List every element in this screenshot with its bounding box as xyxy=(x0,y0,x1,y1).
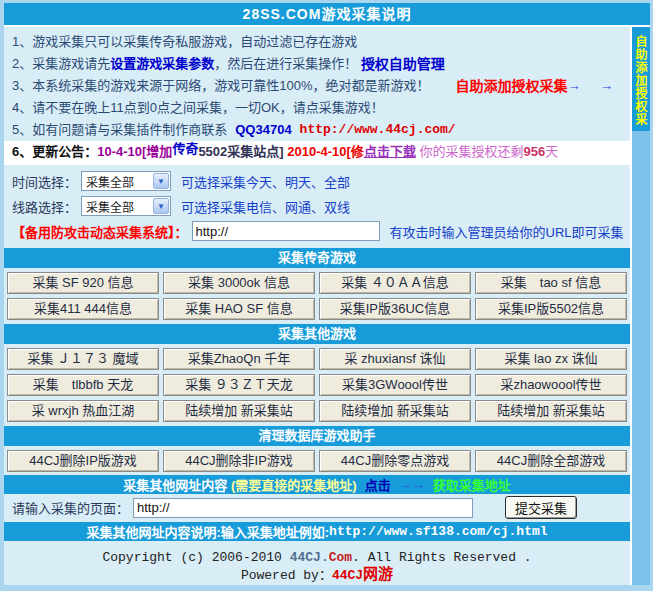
instruction-text: 3、本系统采集的游戏来源于网络，游戏可靠性100%，绝对都是新游戏！ xyxy=(12,75,429,97)
line-filter-row: 线路选择： 采集全部 ▼ 可选择采集电信、网通、双线 xyxy=(12,196,630,216)
powered-text: Powered by： xyxy=(241,568,332,583)
page-input-label: 请输入采集的页面： xyxy=(12,498,129,517)
backup-system-row: 【备用防攻击动态采集系统】： 有攻击时输入管理员给你的URL即可采集 xyxy=(12,221,630,241)
section-header-legend: 采集传奇游戏 xyxy=(4,248,630,268)
collect-button[interactable]: 采集ZhaoQn 千年 xyxy=(163,348,315,370)
page-body: 1、游戏采集只可以采集传奇私服游戏，自动过滤已存在游戏 2、采集游戏请先设置游戏… xyxy=(4,27,650,585)
qq-contact-link[interactable]: QQ34704 xyxy=(235,119,291,141)
instruction-text: 1、游戏采集只可以采集传奇私服游戏，自动过滤已存在游戏 xyxy=(12,31,357,53)
auth-remaining-text: 你的采集授权还剩 xyxy=(416,141,524,163)
backup-url-input[interactable] xyxy=(192,221,380,241)
auth-remaining-unit: 天 xyxy=(545,141,558,163)
delete-button[interactable]: 44CJ删除非IP游戏 xyxy=(163,450,315,472)
announcement-site: 5502采集站点] xyxy=(198,141,287,163)
instruction-line-1: 1、游戏采集只可以采集传奇私服游戏，自动过滤已存在游戏 xyxy=(12,31,630,53)
time-select-value: 采集全部 xyxy=(82,173,153,190)
powered-brand-cn-link[interactable]: 网游 xyxy=(363,567,393,584)
collect-button[interactable]: 采集IP版36UC信息 xyxy=(319,298,471,320)
note-bar: 采集其他网址内容说明:输入采集地址例如: http://www.sf138.co… xyxy=(4,522,630,541)
line-select-value: 采集全部 xyxy=(82,198,153,215)
instruction-text: 2、采集游戏请先 xyxy=(12,53,110,75)
collect-button[interactable]: 采集411 444信息 xyxy=(7,298,159,320)
instructions-list: 1、游戏采集只可以采集传奇私服游戏，自动过滤已存在游戏 2、采集游戏请先设置游戏… xyxy=(4,27,630,141)
auth-remaining-days: 956 xyxy=(524,141,546,163)
right-sidebar: 自助添加授权采集 xyxy=(632,27,650,585)
get-collect-address-link[interactable]: 获取采集地址 xyxy=(433,475,511,494)
delete-button[interactable]: 44CJ删除IP版游戏 xyxy=(7,450,159,472)
main-content: 1、游戏采集只可以采集传奇私服游戏，自动过滤已存在游戏 2、采集游戏请先设置游戏… xyxy=(4,27,632,585)
collect-button[interactable]: 采集 tlbbfb 天龙 xyxy=(7,374,159,396)
collect-button[interactable]: 陆续增加 新采集站 xyxy=(319,400,471,422)
instruction-line-2: 2、采集游戏请先设置游戏采集参数，然后在进行采集操作！ 授权自助管理 xyxy=(12,53,630,75)
instruction-line-4: 4、请不要在晚上11点到0点之间采集，一切OK，请点采集游戏！ xyxy=(12,97,630,119)
collect-button[interactable]: 采集 ９３ＺＴ天龙 xyxy=(163,374,315,396)
button-row: 44CJ删除IP版游戏 44CJ删除非IP游戏 44CJ删除零点游戏 44CJ删… xyxy=(4,450,630,472)
backup-system-label: 【备用防攻击动态采集系统】： xyxy=(12,222,188,241)
other-url-text: 采集其他网址内容 xyxy=(123,475,231,494)
note-bar-text: 采集其他网址内容说明:输入采集地址例如: xyxy=(86,522,329,541)
button-row: 采集411 444信息 采集 HAO SF 信息 采集IP版36UC信息 采集I… xyxy=(4,298,630,320)
button-row: 采集 SF 920 信息 采集 3000ok 信息 采集 ４０ＡＡ信息 采集 t… xyxy=(4,272,630,294)
auth-self-manage-link[interactable]: 授权自助管理 xyxy=(361,53,445,75)
collect-button[interactable]: 采集3GWoool传世 xyxy=(319,374,471,396)
announcement-date-2: 2010-4-10[修 xyxy=(287,141,364,163)
submit-collect-button[interactable]: 提交采集 xyxy=(505,496,577,519)
collect-button[interactable]: 采集 SF 920 信息 xyxy=(7,272,159,294)
chevron-down-icon[interactable]: ▼ xyxy=(153,173,169,189)
click-link[interactable]: 点击 xyxy=(365,475,391,494)
time-filter-row: 时间选择： 采集全部 ▼ 可选择采集今天、明天、全部 xyxy=(12,171,630,191)
collect-button[interactable]: 采集 ４０ＡＡ信息 xyxy=(319,272,471,294)
collect-button[interactable]: 采 zhuxiansf 诛仙 xyxy=(319,348,471,370)
powered-line: Powered by：44CJ网游 xyxy=(4,567,630,585)
copyright-text: Copyright (c) 2006-2010 xyxy=(102,550,289,565)
time-filter-hint: 可选择采集今天、明天、全部 xyxy=(181,172,350,191)
section-header-other-games: 采集其他游戏 xyxy=(4,324,630,344)
click-download-link[interactable]: 点击下载 xyxy=(364,141,416,163)
instruction-text: 4、请不要在晚上11点到0点之间采集，一切OK，请点采集游戏！ xyxy=(12,97,384,119)
delete-button[interactable]: 44CJ删除全部游戏 xyxy=(475,450,627,472)
44cj-url-link[interactable]: http://www.44cj.com/ xyxy=(300,119,456,141)
delete-button[interactable]: 44CJ删除零点游戏 xyxy=(319,450,471,472)
button-row: 采集 Ｊ１７３ 魔域 采集ZhaoQn 千年 采 zhuxiansf 诛仙 采集… xyxy=(4,348,630,370)
announcement-label: 6、更新公告： xyxy=(12,141,97,163)
example-url: http://www.sf138.com/cj.html xyxy=(329,524,547,539)
self-add-auth-promo[interactable]: 自助添加授权采集 xyxy=(455,75,567,97)
section-header-db-cleaner: 清理数据库游戏助手 xyxy=(4,426,630,446)
line-filter-hint: 可选择采集电信、网通、双线 xyxy=(181,197,350,216)
collect-button[interactable]: 采集 HAO SF 信息 xyxy=(163,298,315,320)
sidebar-vertical-banner[interactable]: 自助添加授权采集 xyxy=(632,27,650,131)
announcement-game: 传奇 xyxy=(172,138,198,160)
collect-button[interactable]: 陆续增加 新采集站 xyxy=(163,400,315,422)
collect-button[interactable]: 采集 3000ok 信息 xyxy=(163,272,315,294)
instruction-text: ，然后在进行采集操作！ xyxy=(214,53,361,75)
chevron-down-icon[interactable]: ▼ xyxy=(153,198,169,214)
submit-row: 请输入采集的页面： 提交采集 xyxy=(4,495,630,520)
collect-button[interactable]: 采集IP版5502信息 xyxy=(475,298,627,320)
page: 28SS.COM游戏采集说明 1、游戏采集只可以采集传奇私服游戏，自动过滤已存在… xyxy=(0,0,653,591)
collect-button[interactable]: 采集 tao sf 信息 xyxy=(475,272,627,294)
collect-button[interactable]: 陆续增加 新采集站 xyxy=(475,400,627,422)
brand-44cj: 44CJ. xyxy=(290,550,329,565)
brand-com: Com xyxy=(329,550,352,565)
collect-button[interactable]: 采zhaowoool传世 xyxy=(475,374,627,396)
instruction-line-5: 5、如有问题请与采集插件制作商联系 QQ34704 http://www.44c… xyxy=(12,119,630,141)
line-filter-label: 线路选择： xyxy=(12,197,77,216)
time-filter-label: 时间选择： xyxy=(12,172,77,191)
line-select[interactable]: 采集全部 ▼ xyxy=(81,196,171,216)
footer: Copyright (c) 2006-2010 44CJ.Com. All Ri… xyxy=(4,541,630,585)
copyright-text: . All Rights Reserved . xyxy=(352,550,531,565)
collect-button[interactable]: 采 wrxjh 热血江湖 xyxy=(7,400,159,422)
page-title: 28SS.COM游戏采集说明 xyxy=(243,6,412,22)
button-row: 采 wrxjh 热血江湖 陆续增加 新采集站 陆续增加 新采集站 陆续增加 新采… xyxy=(4,400,630,422)
set-collect-params-link[interactable]: 设置游戏采集参数 xyxy=(110,53,214,75)
button-row: 采集 tlbbfb 天龙 采集 ９３ＺＴ天龙 采集3GWoool传世 采zhao… xyxy=(4,374,630,396)
collect-button[interactable]: 采集 lao zx 诛仙 xyxy=(475,348,627,370)
other-url-paren: (需要直接的采集地址) xyxy=(231,475,357,494)
announcement-date-1: 10-4-10[增加 xyxy=(97,141,172,163)
other-url-bar: 采集其他网址内容 (需要直接的采集地址) 点击 →→ 获取采集地址 xyxy=(4,475,630,494)
collect-button[interactable]: 采集 Ｊ１７３ 魔域 xyxy=(7,348,159,370)
collect-page-input[interactable] xyxy=(133,498,473,518)
time-select[interactable]: 采集全部 ▼ xyxy=(81,171,171,191)
powered-brand-link[interactable]: 44CJ xyxy=(332,568,363,583)
page-title-bar: 28SS.COM游戏采集说明 xyxy=(4,3,650,27)
